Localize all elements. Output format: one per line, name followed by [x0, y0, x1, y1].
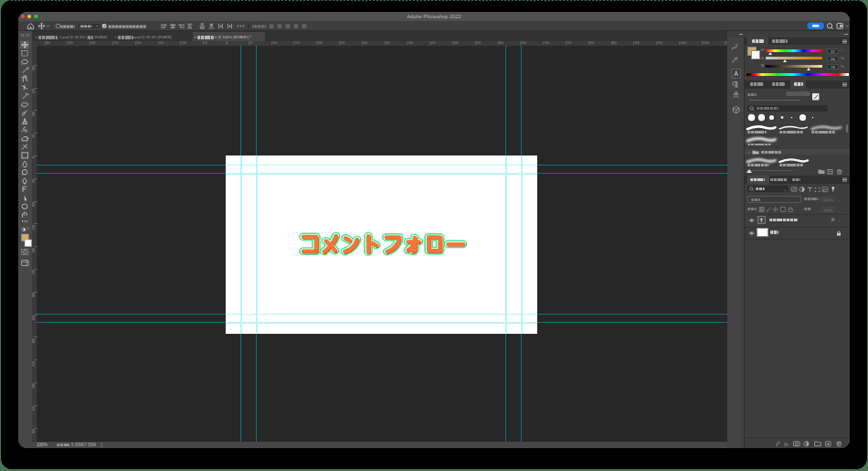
svg-text:fx: fx: [784, 442, 789, 447]
